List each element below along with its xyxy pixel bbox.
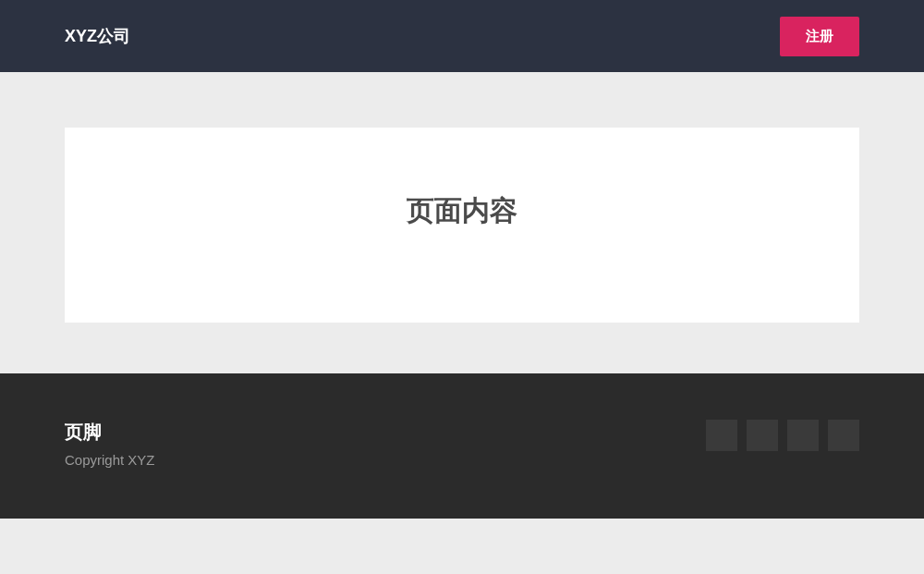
main-content: 页面内容 xyxy=(0,72,924,373)
brand-logo[interactable]: XYZ公司 xyxy=(65,25,130,47)
social-icon-1[interactable] xyxy=(706,420,737,451)
footer-left: 页脚 Copyright XYZ xyxy=(65,420,155,468)
footer-social-icons xyxy=(706,420,859,451)
content-card: 页面内容 xyxy=(65,128,859,323)
social-icon-2[interactable] xyxy=(747,420,778,451)
footer-title: 页脚 xyxy=(65,420,155,445)
header: XYZ公司 注册 xyxy=(0,0,924,72)
register-button[interactable]: 注册 xyxy=(780,17,859,56)
social-icon-4[interactable] xyxy=(828,420,859,451)
footer-copyright: Copyright XYZ xyxy=(65,452,155,468)
page-content-title: 页面内容 xyxy=(83,192,841,230)
social-icon-3[interactable] xyxy=(787,420,819,451)
footer: 页脚 Copyright XYZ xyxy=(0,373,924,519)
